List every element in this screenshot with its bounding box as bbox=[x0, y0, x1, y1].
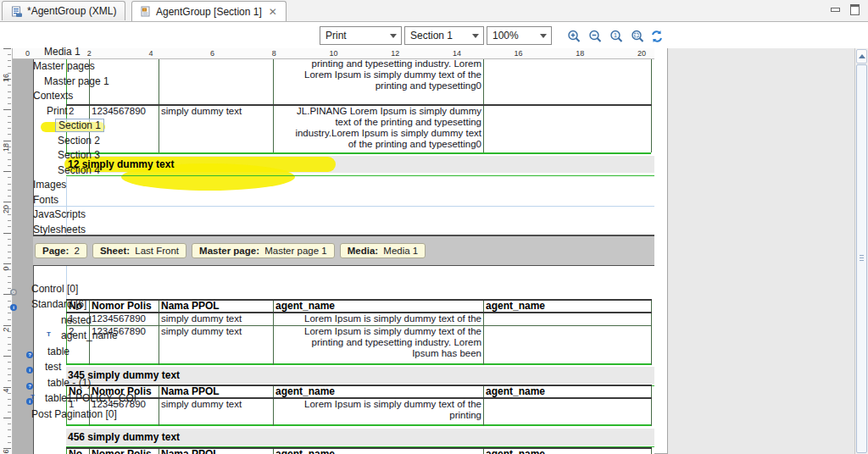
ruler-label: 14 bbox=[453, 49, 462, 58]
decorator-badge-icon: ⚙ bbox=[10, 289, 17, 296]
section-doc-icon bbox=[141, 6, 151, 17]
report-table[interactable]: printing and typesetting industry. Lorem… bbox=[66, 59, 652, 152]
table-row: 21234567890simply dummy textLorem Ipsum … bbox=[67, 325, 652, 365]
editor-toolbar: Print Section 1 100% 1 bbox=[0, 22, 868, 48]
table-cell[interactable]: simply dummy text bbox=[159, 105, 274, 152]
table-cell[interactable] bbox=[484, 398, 652, 426]
table-cell[interactable]: simply dummy text bbox=[159, 398, 274, 426]
script-name: test bbox=[42, 361, 64, 373]
column-header-nomor-polis[interactable]: Nomor Polis bbox=[90, 300, 159, 313]
zoom-actual-button[interactable]: 1 bbox=[609, 29, 624, 44]
table-header-row: NoNomor PolisNama PPOLagent_nameagent_na… bbox=[67, 448, 652, 454]
close-icon[interactable]: ✕ bbox=[269, 6, 277, 18]
editor-tab-label: *AgentGroup (XML) bbox=[27, 5, 116, 17]
column-header-agent-name[interactable]: agent_name bbox=[274, 448, 484, 454]
table-row: 21234567890simply dummy textJL.PINANG Lo… bbox=[67, 105, 652, 152]
table-cell[interactable]: simply dummy text bbox=[159, 325, 274, 365]
band-bottom-line bbox=[66, 175, 654, 176]
column-header-nama-ppol[interactable]: Nama PPOL bbox=[159, 300, 274, 313]
maximize-icon bbox=[850, 4, 860, 15]
editor-tab-agentgroup-section-1[interactable]: AgentGroup [Section 1] ✕ bbox=[131, 1, 287, 21]
zoom-select[interactable]: 100% bbox=[487, 26, 552, 45]
table-cell[interactable] bbox=[159, 59, 274, 105]
maximize-button[interactable] bbox=[849, 4, 861, 15]
script-name: table bbox=[45, 346, 72, 357]
table-cell[interactable] bbox=[484, 313, 652, 325]
tree-item-label: Fonts bbox=[31, 194, 61, 206]
status-badge-media: Media: Media 1 bbox=[340, 243, 426, 258]
status-badge-page: Page: 2 bbox=[35, 243, 87, 258]
table-cell[interactable]: JL.PINANG Lorem Ipsum is simply dummy te… bbox=[274, 105, 484, 152]
ruler-label: 16 bbox=[2, 73, 10, 84]
ruler-label: 6 bbox=[2, 446, 10, 454]
group-footer-band[interactable]: 12 simply dummy text bbox=[66, 156, 654, 173]
column-header-agent-name[interactable]: agent_name bbox=[484, 300, 652, 313]
report-table[interactable]: NoNomor PolisNama PPOLagent_nameagent_na… bbox=[66, 299, 652, 365]
column-header-agent-name[interactable]: agent_name bbox=[484, 448, 652, 454]
section-select[interactable]: Section 1 bbox=[404, 26, 484, 45]
editor-scrollbar[interactable] bbox=[854, 48, 868, 454]
zoom-in-button[interactable] bbox=[566, 29, 581, 44]
script-name: agent_name bbox=[58, 329, 120, 341]
table-cell[interactable]: 1234567890 bbox=[90, 313, 159, 325]
scrollbar-thumb[interactable] bbox=[856, 64, 867, 453]
editor-tab-agentgroup-xml[interactable]: *AgentGroup (XML) bbox=[2, 1, 125, 20]
zoom-select-value: 100% bbox=[492, 30, 519, 42]
zoom-100-icon: 1 bbox=[609, 29, 624, 44]
page-status-bar: Page: 2Sheet: Last FrontMaster page: Mas… bbox=[35, 243, 426, 258]
column-header-agent-name[interactable]: agent_name bbox=[484, 385, 652, 398]
ruler-label: 16 bbox=[515, 49, 524, 58]
scroll-up-button[interactable] bbox=[856, 49, 867, 64]
zoom-fit-button[interactable] bbox=[630, 29, 645, 44]
status-badge-label: Media: bbox=[348, 246, 378, 256]
ruler-label: 18 bbox=[576, 49, 585, 58]
tree-item-label: Print bbox=[44, 105, 70, 117]
column-header-no[interactable]: No bbox=[67, 448, 90, 454]
column-header-nomor-polis[interactable]: Nomor Polis bbox=[90, 448, 159, 454]
text-mark-icon: T bbox=[47, 331, 51, 338]
ruler-label: 6 bbox=[210, 49, 215, 58]
table-bottom-line bbox=[66, 152, 651, 154]
preview-page-2[interactable]: 12 simply dummy text printing and typese… bbox=[33, 59, 654, 236]
editor-tab-label: AgentGroup [Section 1] bbox=[156, 6, 262, 18]
ruler-label: 4 bbox=[148, 49, 153, 58]
xml-doc-icon bbox=[11, 6, 22, 17]
table-cell[interactable]: printing and typesetting industry. Lorem… bbox=[274, 59, 484, 105]
table-cell[interactable]: Lorem Ipsum is simply dummy text of the bbox=[274, 313, 484, 325]
preview-page-3[interactable]: 345 simply dummy text 456 simply dummy t… bbox=[33, 265, 654, 454]
decorator-badge-icon: ? bbox=[26, 352, 33, 358]
band-text: 12 simply dummy text bbox=[66, 156, 654, 173]
refresh-button[interactable] bbox=[649, 29, 665, 44]
status-badge-value: Master page 1 bbox=[262, 246, 327, 256]
editor-tab-bar: *AgentGroup (XML) AgentGroup [Section 1]… bbox=[0, 0, 868, 22]
table-cell[interactable]: Lorem Ipsum is simply dummy text of the … bbox=[274, 398, 484, 426]
table-cell[interactable] bbox=[484, 105, 652, 152]
group-band-345[interactable]: 345 simply dummy text bbox=[66, 367, 654, 384]
status-badge-label: Sheet: bbox=[100, 246, 130, 256]
table-cell[interactable]: Lorem Ipsum is simply dummy text of the … bbox=[274, 325, 484, 365]
column-header-nama-ppol[interactable]: Nama PPOL bbox=[159, 448, 274, 454]
group-band-456[interactable]: 456 simply dummy text bbox=[66, 429, 654, 446]
minimize-button[interactable] bbox=[829, 4, 842, 15]
context-select[interactable]: Print bbox=[320, 26, 402, 45]
guide-line-horizontal bbox=[34, 206, 654, 207]
script-name: Control [0] bbox=[29, 283, 81, 295]
status-badge-label: Page: bbox=[42, 246, 69, 256]
status-badge-value: Media 1 bbox=[381, 246, 418, 256]
report-table[interactable]: NoNomor PolisNama PPOLagent_nameagent_na… bbox=[66, 447, 652, 454]
band-text: 456 simply dummy text bbox=[66, 429, 654, 446]
report-table[interactable]: NoNomor PolisNama PPOLagent_nameagent_na… bbox=[66, 385, 652, 426]
zoom-out-button[interactable] bbox=[587, 29, 603, 44]
table-cell[interactable]: simply dummy text bbox=[159, 313, 274, 325]
table-cell[interactable] bbox=[484, 325, 652, 365]
vertical-ruler: 1618200246 bbox=[0, 48, 13, 454]
table-cell[interactable] bbox=[484, 59, 652, 105]
tree-item-label: Master pages bbox=[31, 60, 97, 72]
column-header-nama-ppol[interactable]: Nama PPOL bbox=[159, 385, 274, 398]
column-header-agent-name[interactable]: agent_name bbox=[274, 300, 484, 313]
column-header-agent-name[interactable]: agent_name bbox=[274, 385, 484, 398]
tree-item-label: Master page 1 bbox=[42, 75, 112, 87]
ruler-label: 2 bbox=[87, 49, 92, 58]
table-row: 11234567890simply dummy textLorem Ipsum … bbox=[67, 313, 652, 325]
status-badge-value: 2 bbox=[71, 246, 80, 256]
